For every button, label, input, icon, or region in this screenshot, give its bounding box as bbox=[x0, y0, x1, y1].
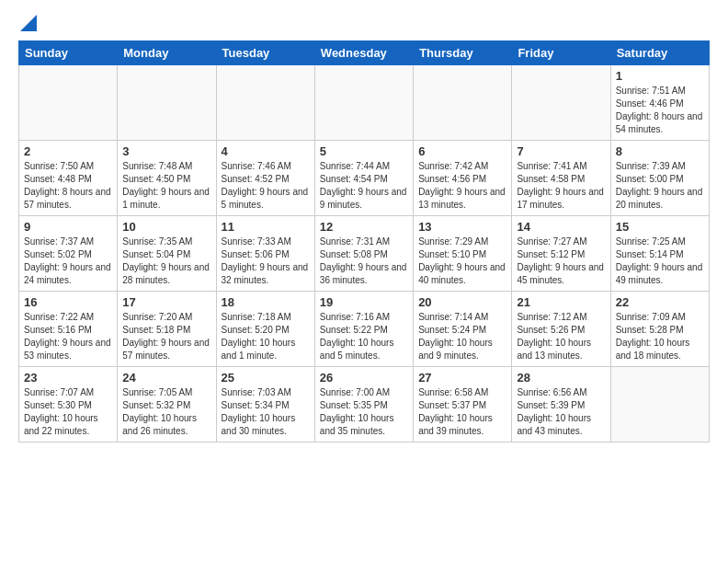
day-number: 28 bbox=[517, 371, 605, 385]
day-info: Sunrise: 7:03 AM Sunset: 5:34 PM Dayligh… bbox=[222, 386, 310, 438]
calendar-cell: 15Sunrise: 7:25 AM Sunset: 5:14 PM Dayli… bbox=[610, 216, 709, 292]
day-info: Sunrise: 6:56 AM Sunset: 5:39 PM Dayligh… bbox=[517, 386, 605, 438]
calendar-cell: 2Sunrise: 7:50 AM Sunset: 4:48 PM Daylig… bbox=[19, 141, 118, 216]
day-info: Sunrise: 7:35 AM Sunset: 5:04 PM Dayligh… bbox=[122, 236, 210, 287]
day-number: 10 bbox=[122, 220, 210, 234]
calendar-cell: 5Sunrise: 7:44 AM Sunset: 4:54 PM Daylig… bbox=[314, 141, 413, 216]
day-info: Sunrise: 7:18 AM Sunset: 5:20 PM Dayligh… bbox=[222, 311, 310, 362]
calendar-cell: 20Sunrise: 7:14 AM Sunset: 5:24 PM Dayli… bbox=[414, 292, 512, 367]
calendar-cell: 4Sunrise: 7:46 AM Sunset: 4:52 PM Daylig… bbox=[216, 141, 314, 216]
calendar-cell: 18Sunrise: 7:18 AM Sunset: 5:20 PM Dayli… bbox=[216, 292, 314, 367]
calendar-cell: 26Sunrise: 7:00 AM Sunset: 5:35 PM Dayli… bbox=[314, 367, 413, 442]
week-row-2: 2Sunrise: 7:50 AM Sunset: 4:48 PM Daylig… bbox=[19, 141, 710, 216]
calendar-cell bbox=[512, 65, 610, 141]
calendar-cell bbox=[314, 65, 413, 141]
day-number: 4 bbox=[222, 144, 310, 158]
day-info: Sunrise: 7:50 AM Sunset: 4:48 PM Dayligh… bbox=[24, 160, 112, 212]
day-number: 2 bbox=[24, 144, 112, 158]
calendar-cell: 19Sunrise: 7:16 AM Sunset: 5:22 PM Dayli… bbox=[314, 292, 413, 367]
day-number: 19 bbox=[320, 295, 408, 309]
day-header-saturday: Saturday bbox=[610, 41, 709, 65]
calendar-cell: 25Sunrise: 7:03 AM Sunset: 5:34 PM Dayli… bbox=[216, 367, 314, 442]
calendar-cell: 6Sunrise: 7:42 AM Sunset: 4:56 PM Daylig… bbox=[414, 141, 512, 216]
day-info: Sunrise: 7:39 AM Sunset: 5:00 PM Dayligh… bbox=[616, 160, 704, 212]
day-header-thursday: Thursday bbox=[414, 41, 512, 65]
day-number: 23 bbox=[24, 371, 112, 385]
day-number: 8 bbox=[616, 144, 704, 158]
calendar-cell: 12Sunrise: 7:31 AM Sunset: 5:08 PM Dayli… bbox=[314, 216, 413, 292]
calendar-cell: 1Sunrise: 7:51 AM Sunset: 4:46 PM Daylig… bbox=[610, 65, 709, 141]
day-info: Sunrise: 7:33 AM Sunset: 5:06 PM Dayligh… bbox=[222, 236, 310, 287]
calendar-cell: 27Sunrise: 6:58 AM Sunset: 5:37 PM Dayli… bbox=[414, 367, 512, 442]
page-header bbox=[18, 18, 710, 31]
day-number: 17 bbox=[122, 295, 210, 309]
day-number: 9 bbox=[24, 220, 112, 234]
day-info: Sunrise: 6:58 AM Sunset: 5:37 PM Dayligh… bbox=[418, 386, 506, 438]
week-row-1: 1Sunrise: 7:51 AM Sunset: 4:46 PM Daylig… bbox=[19, 65, 710, 141]
calendar-cell: 22Sunrise: 7:09 AM Sunset: 5:28 PM Dayli… bbox=[610, 292, 709, 367]
calendar-cell: 24Sunrise: 7:05 AM Sunset: 5:32 PM Dayli… bbox=[118, 367, 216, 442]
logo-icon bbox=[20, 15, 37, 31]
calendar-cell: 3Sunrise: 7:48 AM Sunset: 4:50 PM Daylig… bbox=[118, 141, 216, 216]
day-info: Sunrise: 7:07 AM Sunset: 5:30 PM Dayligh… bbox=[24, 386, 112, 438]
day-number: 25 bbox=[222, 371, 310, 385]
day-info: Sunrise: 7:29 AM Sunset: 5:10 PM Dayligh… bbox=[418, 236, 506, 287]
day-number: 22 bbox=[616, 295, 704, 309]
day-info: Sunrise: 7:25 AM Sunset: 5:14 PM Dayligh… bbox=[616, 236, 704, 287]
calendar-cell: 23Sunrise: 7:07 AM Sunset: 5:30 PM Dayli… bbox=[19, 367, 118, 442]
day-header-tuesday: Tuesday bbox=[216, 41, 314, 65]
day-info: Sunrise: 7:44 AM Sunset: 4:54 PM Dayligh… bbox=[320, 160, 408, 212]
day-number: 11 bbox=[222, 220, 310, 234]
day-number: 5 bbox=[320, 144, 408, 158]
calendar-cell: 16Sunrise: 7:22 AM Sunset: 5:16 PM Dayli… bbox=[19, 292, 118, 367]
day-number: 3 bbox=[122, 144, 210, 158]
day-info: Sunrise: 7:00 AM Sunset: 5:35 PM Dayligh… bbox=[320, 386, 408, 438]
calendar-cell: 10Sunrise: 7:35 AM Sunset: 5:04 PM Dayli… bbox=[118, 216, 216, 292]
day-info: Sunrise: 7:31 AM Sunset: 5:08 PM Dayligh… bbox=[320, 236, 408, 287]
week-row-4: 16Sunrise: 7:22 AM Sunset: 5:16 PM Dayli… bbox=[19, 292, 710, 367]
day-info: Sunrise: 7:22 AM Sunset: 5:16 PM Dayligh… bbox=[24, 311, 112, 362]
calendar-body: 1Sunrise: 7:51 AM Sunset: 4:46 PM Daylig… bbox=[19, 65, 710, 442]
day-number: 18 bbox=[222, 295, 310, 309]
calendar-cell bbox=[610, 367, 709, 442]
day-info: Sunrise: 7:16 AM Sunset: 5:22 PM Dayligh… bbox=[320, 311, 408, 362]
day-info: Sunrise: 7:41 AM Sunset: 4:58 PM Dayligh… bbox=[517, 160, 605, 212]
day-info: Sunrise: 7:42 AM Sunset: 4:56 PM Dayligh… bbox=[418, 160, 506, 212]
day-info: Sunrise: 7:14 AM Sunset: 5:24 PM Dayligh… bbox=[418, 311, 506, 362]
day-number: 13 bbox=[418, 220, 506, 234]
day-info: Sunrise: 7:46 AM Sunset: 4:52 PM Dayligh… bbox=[222, 160, 310, 212]
day-number: 15 bbox=[616, 220, 704, 234]
calendar-cell bbox=[216, 65, 314, 141]
calendar-cell: 14Sunrise: 7:27 AM Sunset: 5:12 PM Dayli… bbox=[512, 216, 610, 292]
day-info: Sunrise: 7:51 AM Sunset: 4:46 PM Dayligh… bbox=[616, 85, 704, 136]
calendar-cell: 8Sunrise: 7:39 AM Sunset: 5:00 PM Daylig… bbox=[610, 141, 709, 216]
logo bbox=[18, 18, 37, 31]
calendar-cell: 28Sunrise: 6:56 AM Sunset: 5:39 PM Dayli… bbox=[512, 367, 610, 442]
day-number: 16 bbox=[24, 295, 112, 309]
day-number: 1 bbox=[616, 69, 704, 83]
calendar-cell: 13Sunrise: 7:29 AM Sunset: 5:10 PM Dayli… bbox=[414, 216, 512, 292]
day-header-monday: Monday bbox=[118, 41, 216, 65]
day-number: 24 bbox=[122, 371, 210, 385]
calendar-header-row: SundayMondayTuesdayWednesdayThursdayFrid… bbox=[19, 41, 710, 65]
day-number: 20 bbox=[418, 295, 506, 309]
day-number: 6 bbox=[418, 144, 506, 158]
day-number: 12 bbox=[320, 220, 408, 234]
calendar-cell: 17Sunrise: 7:20 AM Sunset: 5:18 PM Dayli… bbox=[118, 292, 216, 367]
day-number: 21 bbox=[517, 295, 605, 309]
day-info: Sunrise: 7:12 AM Sunset: 5:26 PM Dayligh… bbox=[517, 311, 605, 362]
calendar-table: SundayMondayTuesdayWednesdayThursdayFrid… bbox=[18, 40, 710, 442]
day-number: 26 bbox=[320, 371, 408, 385]
day-info: Sunrise: 7:09 AM Sunset: 5:28 PM Dayligh… bbox=[616, 311, 704, 362]
calendar-cell bbox=[19, 65, 118, 141]
week-row-3: 9Sunrise: 7:37 AM Sunset: 5:02 PM Daylig… bbox=[19, 216, 710, 292]
day-header-sunday: Sunday bbox=[19, 41, 118, 65]
calendar-cell: 7Sunrise: 7:41 AM Sunset: 4:58 PM Daylig… bbox=[512, 141, 610, 216]
day-info: Sunrise: 7:20 AM Sunset: 5:18 PM Dayligh… bbox=[122, 311, 210, 362]
day-header-friday: Friday bbox=[512, 41, 610, 65]
calendar-cell: 9Sunrise: 7:37 AM Sunset: 5:02 PM Daylig… bbox=[19, 216, 118, 292]
svg-marker-0 bbox=[20, 15, 37, 31]
day-number: 14 bbox=[517, 220, 605, 234]
day-number: 7 bbox=[517, 144, 605, 158]
day-number: 27 bbox=[418, 371, 506, 385]
